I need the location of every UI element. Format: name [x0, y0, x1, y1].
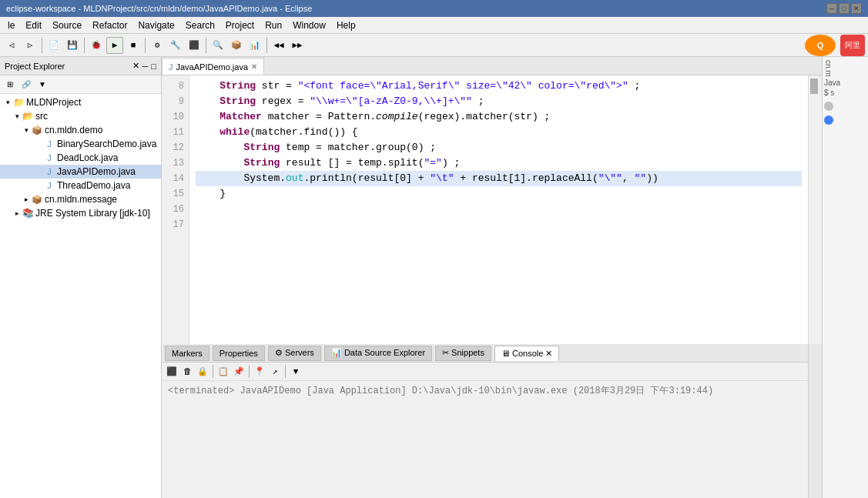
explorer-tree: ▾ 📁 MLDNProject ▾ 📂 src ▾ 📦 cn.mldn.dem [0, 94, 161, 498]
explorer-menu[interactable]: ▼ [35, 78, 49, 92]
toolbar-save[interactable]: 💾 [64, 37, 81, 54]
toolbar-btn-4[interactable]: ⚙ [149, 37, 166, 54]
console-menu[interactable]: ▼ [289, 365, 303, 379]
toolbar-btn-10[interactable]: ◀◀ [270, 37, 287, 54]
tab-servers[interactable]: ⚙ Servers [268, 346, 321, 361]
menu-item-refactor[interactable]: Refactor [88, 18, 132, 33]
tree-item-package-demo[interactable]: ▾ 📦 cn.mldn.demo [0, 123, 161, 137]
bottom-right-panel [808, 344, 822, 498]
toolbar-btn-5[interactable]: 🔧 [167, 37, 184, 54]
toolbar-debug[interactable]: 🐞 [88, 37, 105, 54]
toolbar-btn-8[interactable]: 📦 [228, 37, 245, 54]
v-scrollbar[interactable] [808, 75, 819, 344]
toolbar-forward[interactable]: ▷ [22, 37, 39, 54]
tree-item-javaapi[interactable]: J JavaAPIDemo.java [0, 165, 161, 179]
console-clear[interactable]: 🗑 [180, 365, 194, 379]
tab-close-btn[interactable]: ✕ [251, 62, 257, 71]
menu-item-search[interactable]: Search [181, 18, 220, 33]
console-stop[interactable]: ⬛ [165, 365, 179, 379]
menu-item-project[interactable]: Project [221, 18, 259, 33]
menu-item-help[interactable]: Help [332, 18, 360, 33]
brand-logo: 阿里 [840, 35, 865, 56]
line-numbers: 8 9 10 11 12 13 14 15 16 17 [162, 75, 189, 344]
code-content[interactable]: String str = "<font face=\"Arial,Serif\"… [189, 75, 808, 344]
toolbar-btn-6[interactable]: ⬛ [186, 37, 203, 54]
editor-tab-javaapi[interactable]: J JavaAPIDemo.java ✕ [162, 58, 264, 75]
console-paste[interactable]: 📌 [232, 365, 246, 379]
toolbar-run[interactable]: ▶ [106, 37, 123, 54]
h-scrollbar[interactable] [819, 75, 822, 86]
tree-label-src: src [35, 111, 48, 122]
v-scroll-thumb[interactable] [810, 79, 818, 94]
console-copy[interactable]: 📋 [216, 365, 230, 379]
right-label-2: Java [824, 79, 866, 87]
tree-item-package-message[interactable]: ▸ 📦 cn.mldn.message [0, 192, 161, 206]
tab-console[interactable]: 🖥 Console ✕ [494, 346, 559, 361]
tab-snippets[interactable]: ✂ Snippets [435, 346, 491, 361]
toolbar-btn-9[interactable]: 📊 [246, 37, 263, 54]
menu-item-le[interactable]: le [3, 18, 19, 33]
toolbar-stop[interactable]: ■ [125, 37, 142, 54]
menu-bar: le Edit Source Refactor Navigate Search … [0, 17, 868, 34]
tree-item-jre[interactable]: ▸ 📚 JRE System Library [jdk-10] [0, 206, 161, 220]
tab-properties[interactable]: Properties [213, 346, 265, 361]
code-line-13: String result [] = temp.split("=") ; [196, 155, 802, 171]
java-file-icon: J [43, 138, 55, 150]
code-line-11: while(matcher.find()) { [196, 125, 802, 140]
package-icon: 📦 [31, 124, 43, 136]
bottom-main: Markers Properties ⚙ Servers 📊 Data Sour… [162, 344, 808, 498]
explorer-collapse-all[interactable]: ⊞ [3, 78, 17, 92]
line-num-15: 15 [165, 186, 184, 202]
project-explorer-panel: Project Explorer ✕ ─ □ ⊞ 🔗 ▼ ▾ 📁 MLDNPro… [0, 57, 162, 498]
workspace: Project Explorer ✕ ─ □ ⊞ 🔗 ▼ ▾ 📁 MLDNPro… [0, 57, 868, 498]
tab-markers[interactable]: Markers [165, 346, 209, 361]
explorer-min[interactable]: ─ [142, 62, 149, 71]
title-bar: eclipse-workspace - MLDNProject/src/cn/m… [0, 0, 868, 17]
console-sep-3 [285, 366, 286, 378]
console-pin[interactable]: 📍 [253, 365, 266, 379]
toolbar-btn-7[interactable]: 🔍 [209, 37, 226, 54]
console-tabs: Markers Properties ⚙ Servers 📊 Data Sour… [162, 344, 808, 363]
explorer-link[interactable]: 🔗 [19, 78, 33, 92]
code-editor[interactable]: 8 9 10 11 12 13 14 15 16 17 String str =… [162, 75, 819, 344]
menu-item-navigate[interactable]: Navigate [133, 18, 179, 33]
code-line-10: Matcher matcher = Pattern.compile(regex)… [196, 109, 802, 125]
menu-item-window[interactable]: Window [288, 18, 330, 33]
tree-label-javaapi: JavaAPIDemo.java [57, 166, 136, 177]
menu-item-edit[interactable]: Edit [21, 18, 46, 33]
close-button[interactable]: ✕ [851, 3, 862, 14]
explorer-max[interactable]: □ [151, 62, 156, 71]
java-file-icon-2: J [43, 152, 55, 164]
menu-item-run[interactable]: Run [260, 18, 287, 33]
tree-item-deadlock[interactable]: J DeadLock.java [0, 151, 161, 165]
expand-arrow-2: ▸ [22, 196, 31, 203]
tree-item-thread[interactable]: J ThreadDemo.java [0, 179, 161, 192]
console-open[interactable]: ↗ [268, 365, 282, 379]
project-icon: 📁 [12, 96, 25, 109]
window-controls: ─ □ ✕ [826, 3, 862, 14]
explorer-header: Project Explorer ✕ ─ □ [0, 57, 161, 75]
tab-datasource[interactable]: 📊 Data Source Explorer [324, 346, 432, 361]
maximize-button[interactable]: □ [839, 3, 850, 14]
quick-access-btn[interactable]: Q [805, 35, 836, 56]
expand-arrow: ▾ [22, 126, 31, 134]
console-toolbar: ⬛ 🗑 🔒 📋 📌 📍 ↗ ▼ [162, 363, 808, 381]
console-scroll-lock[interactable]: 🔒 [196, 365, 209, 379]
line-num-9: 9 [165, 94, 184, 109]
code-line-8: String str = "<font face=\"Arial,Serif\"… [196, 79, 802, 94]
menu-item-source[interactable]: Source [48, 18, 86, 33]
toolbar-back[interactable]: ◁ [3, 37, 20, 54]
tree-label-binarysearch: BinarySearchDemo.java [57, 139, 156, 149]
explorer-close[interactable]: ✕ [132, 61, 139, 71]
right-label-3: $ s [824, 89, 866, 97]
tab-label-javaapi: JavaAPIDemo.java [176, 62, 249, 72]
tree-item-src[interactable]: ▾ 📂 src [0, 109, 161, 123]
src-icon: 📂 [22, 110, 34, 122]
tree-item-binarysearch[interactable]: J BinarySearchDemo.java [0, 137, 161, 151]
code-line-9: String regex = "\\w+=\"[a-zA-Z0-9,\\+]+\… [196, 94, 802, 109]
tree-item-mldn-project[interactable]: ▾ 📁 MLDNProject [0, 95, 161, 109]
toolbar-new[interactable]: 📄 [45, 37, 62, 54]
minimize-button[interactable]: ─ [826, 3, 837, 14]
console-sep-2 [249, 366, 250, 378]
toolbar-btn-11[interactable]: ▶▶ [289, 37, 306, 54]
